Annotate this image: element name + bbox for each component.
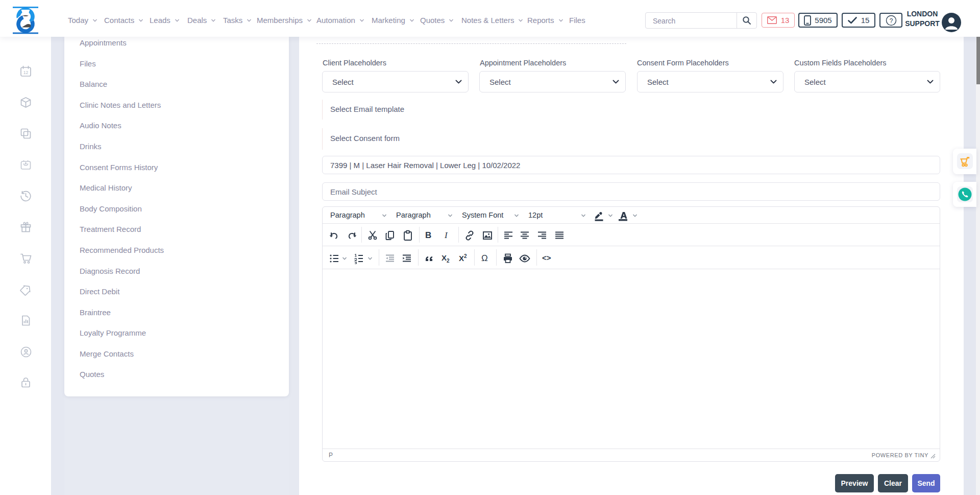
svg-text:?: ? — [889, 17, 893, 24]
svg-text:12: 12 — [23, 70, 29, 75]
